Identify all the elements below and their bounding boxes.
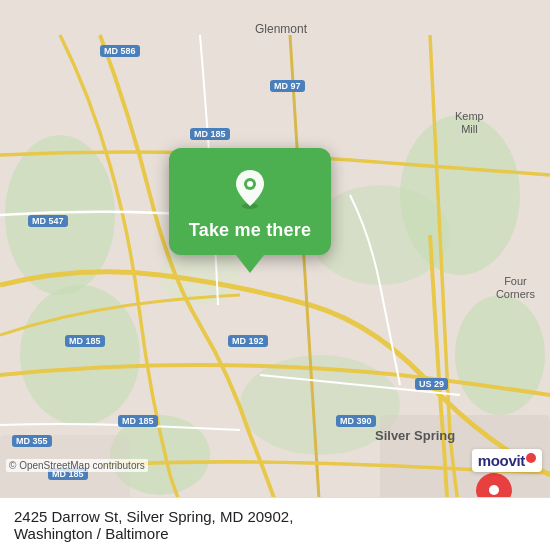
road-badge-md192: MD 192 — [228, 335, 268, 347]
location-pin-icon — [228, 166, 272, 210]
road-badge-md547: MD 547 — [28, 215, 68, 227]
road-badge-md355: MD 355 — [12, 435, 52, 447]
callout-box[interactable]: Take me there — [169, 148, 331, 255]
road-badge-md390: MD 390 — [336, 415, 376, 427]
svg-point-15 — [247, 181, 253, 187]
road-badge-md185-mid: MD 185 — [65, 335, 105, 347]
address-line2: Washington / Baltimore — [14, 525, 536, 542]
place-kemp-mill: KempMill — [455, 110, 484, 136]
moovit-text: moovit — [478, 452, 525, 469]
callout[interactable]: Take me there — [150, 148, 350, 273]
place-glenmont: Glenmont — [255, 22, 307, 36]
callout-label: Take me there — [189, 220, 311, 241]
place-silver-spring: Silver Spring — [375, 428, 455, 443]
road-badge-us29: US 29 — [415, 378, 448, 390]
moovit-dot — [526, 453, 536, 463]
svg-point-12 — [489, 485, 499, 495]
place-four-corners: FourCorners — [496, 275, 535, 301]
map-container: Glenmont KempMill FourCorners Silver Spr… — [0, 0, 550, 550]
bottom-bar: 2425 Darrow St, Silver Spring, MD 20902,… — [0, 497, 550, 550]
svg-point-5 — [455, 295, 545, 415]
road-badge-md586: MD 586 — [100, 45, 140, 57]
address-line1: 2425 Darrow St, Silver Spring, MD 20902, — [14, 508, 536, 525]
moovit-logo: moovit — [472, 449, 542, 472]
road-badge-md185-top: MD 185 — [190, 128, 230, 140]
osm-attribution: © OpenStreetMap contributors — [6, 459, 148, 472]
road-badge-md185-low: MD 185 — [118, 415, 158, 427]
road-badge-md97: MD 97 — [270, 80, 305, 92]
